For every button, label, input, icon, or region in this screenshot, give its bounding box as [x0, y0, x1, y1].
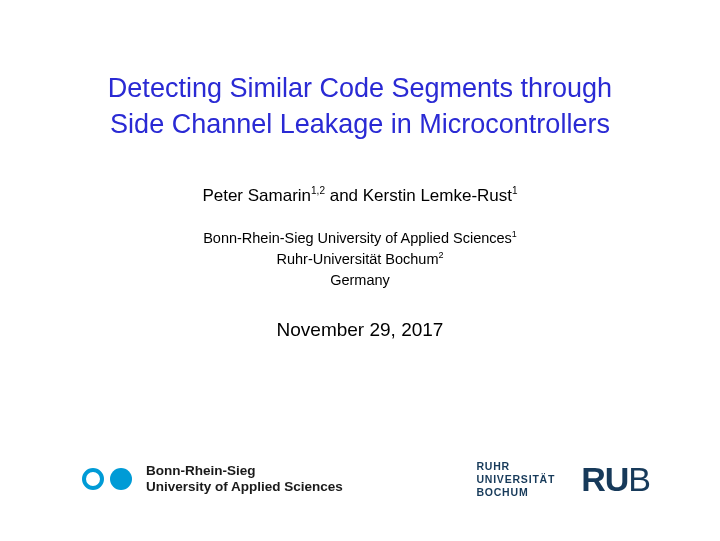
author-2-affil-sup: 1: [512, 185, 518, 196]
affiliation-1: Bonn-Rhein-Sieg University of Applied Sc…: [203, 230, 512, 246]
circle-outline-icon: [82, 468, 104, 490]
title-line-1: Detecting Similar Code Segments through: [108, 73, 612, 103]
rub-small-2: UNIVERSITÄT: [476, 473, 555, 485]
author-1-affil-sup: 1,2: [311, 185, 325, 196]
affiliation-1-sup: 1: [512, 229, 517, 239]
footer-logos: Bonn-Rhein-Sieg University of Applied Sc…: [0, 460, 720, 499]
author-2: Kerstin Lemke-Rust: [363, 186, 512, 205]
circle-solid-icon: [110, 468, 132, 490]
affiliations-block: Bonn-Rhein-Sieg University of Applied Sc…: [60, 228, 660, 291]
brs-logo-text: Bonn-Rhein-Sieg University of Applied Sc…: [146, 463, 343, 495]
brs-line-1: Bonn-Rhein-Sieg: [146, 463, 256, 478]
authors-joiner: and: [325, 186, 363, 205]
rub-mark-b: B: [628, 460, 650, 498]
brs-logo: Bonn-Rhein-Sieg University of Applied Sc…: [82, 463, 343, 495]
rub-small-3: BOCHUM: [476, 486, 528, 498]
title-line-2: Side Channel Leakage in Microcontrollers: [110, 109, 610, 139]
rub-logo-text: RUHR UNIVERSITÄT BOCHUM: [476, 460, 555, 499]
authors-line: Peter Samarin1,2 and Kerstin Lemke-Rust1: [60, 185, 660, 206]
rub-logo-mark: RUB: [581, 462, 650, 496]
affiliation-country: Germany: [330, 272, 390, 288]
affiliation-2-sup: 2: [438, 250, 443, 260]
rub-logo: RUHR UNIVERSITÄT BOCHUM RUB: [476, 460, 650, 499]
author-1: Peter Samarin: [202, 186, 311, 205]
brs-line-2: University of Applied Sciences: [146, 479, 343, 494]
talk-date: November 29, 2017: [60, 319, 660, 341]
rub-small-1: RUHR: [476, 460, 510, 472]
affiliation-2: Ruhr-Universität Bochum: [277, 251, 439, 267]
rub-mark-ru: RU: [581, 460, 628, 498]
brs-logo-icon: [82, 468, 132, 490]
slide-title: Detecting Similar Code Segments through …: [60, 70, 660, 143]
